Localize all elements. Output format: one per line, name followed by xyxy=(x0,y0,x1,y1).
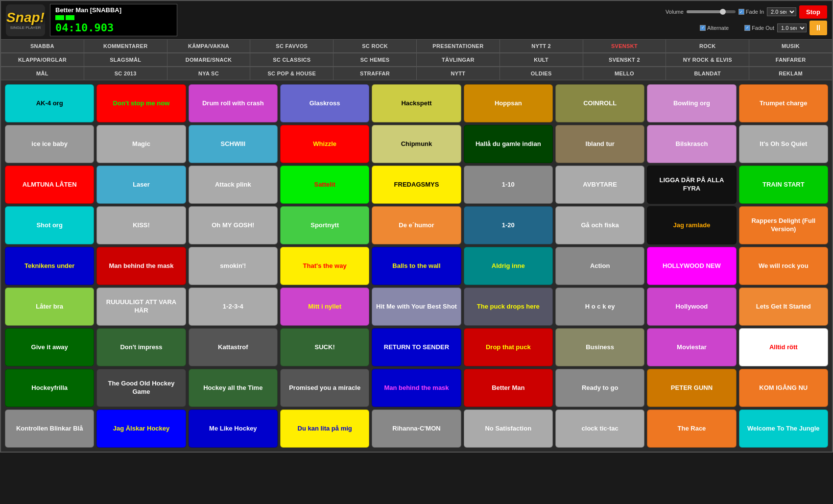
cell-5-7[interactable]: Hollywood xyxy=(647,288,736,326)
cell-3-6[interactable]: Gå och fiska xyxy=(555,206,644,244)
cell-1-6[interactable]: Ibland tur xyxy=(555,125,644,163)
cell-6-5[interactable]: Drop that puck xyxy=(464,328,553,366)
cell-4-3[interactable]: That's the way xyxy=(280,247,369,285)
nav-btn-1-6[interactable]: KULT xyxy=(500,53,583,67)
nav-btn-0-6[interactable]: NYTT 2 xyxy=(500,40,583,53)
cell-2-6[interactable]: AVBYTARE xyxy=(555,166,644,204)
cell-3-4[interactable]: De e´humor xyxy=(372,206,461,244)
nav-btn-2-0[interactable]: MÅL xyxy=(1,67,84,80)
nav-btn-1-1[interactable]: SLAGSMÅL xyxy=(84,53,167,67)
nav-btn-2-3[interactable]: SC POP & HOUSE xyxy=(250,67,333,80)
cell-7-2[interactable]: Hockey all the Time xyxy=(189,369,278,407)
cell-5-8[interactable]: Lets Get It Started xyxy=(739,288,828,326)
cell-0-4[interactable]: Hackspett xyxy=(372,84,461,122)
cell-0-3[interactable]: Glaskross xyxy=(280,84,369,122)
fade-in-checkbox[interactable]: ✓ xyxy=(738,9,744,15)
cell-7-3[interactable]: Promised you a miracle xyxy=(280,369,369,407)
cell-2-4[interactable]: FREDAGSMYS xyxy=(372,166,461,204)
cell-1-0[interactable]: ice ice baby xyxy=(5,125,94,163)
nav-btn-1-5[interactable]: TÄVLINGAR xyxy=(417,53,500,67)
cell-7-1[interactable]: The Good Old Hockey Game xyxy=(96,369,186,407)
cell-0-6[interactable]: COINROLL xyxy=(555,84,644,122)
cell-3-3[interactable]: Sportnytt xyxy=(280,206,369,244)
cell-1-5[interactable]: Hallå du gamle indian xyxy=(464,125,553,163)
nav-btn-1-3[interactable]: SC CLASSICS xyxy=(250,53,333,67)
cell-1-8[interactable]: It's Oh So Quiet xyxy=(739,125,828,163)
nav-btn-1-4[interactable]: SC HEMES xyxy=(333,53,417,67)
cell-4-0[interactable]: Teknikens under xyxy=(5,247,94,285)
cell-5-3[interactable]: Mitt i nyllet xyxy=(280,288,369,326)
nav-btn-1-7[interactable]: SVENSKT 2 xyxy=(583,53,666,67)
nav-btn-0-0[interactable]: SNABBA xyxy=(1,40,84,53)
cell-8-1[interactable]: Jag Älskar Hockey xyxy=(96,409,186,448)
cell-6-6[interactable]: Business xyxy=(555,328,644,366)
nav-btn-0-3[interactable]: SC FAVVOS xyxy=(250,40,333,53)
cell-2-3[interactable]: Sattelit xyxy=(280,166,369,204)
nav-btn-2-1[interactable]: SC 2013 xyxy=(84,67,167,80)
cell-4-5[interactable]: Aldrig inne xyxy=(464,247,553,285)
nav-btn-0-7[interactable]: SVENSKT xyxy=(583,40,666,53)
volume-slider[interactable] xyxy=(687,10,736,13)
cell-8-0[interactable]: Kontrollen Blinkar Blå xyxy=(5,409,94,448)
cell-4-1[interactable]: Man behind the mask xyxy=(96,247,186,285)
nav-btn-0-2[interactable]: KÄMPA/VAKNA xyxy=(167,40,251,53)
cell-8-4[interactable]: Rihanna-C'MON xyxy=(372,409,461,448)
cell-4-8[interactable]: We will rock you xyxy=(739,247,828,285)
cell-5-0[interactable]: Låter bra xyxy=(5,288,94,326)
nav-btn-0-5[interactable]: PRESENTATIONER xyxy=(417,40,500,53)
cell-6-4[interactable]: RETURN TO SENDER xyxy=(372,328,461,366)
cell-5-4[interactable]: Hit Me with Your Best Shot xyxy=(372,288,461,326)
cell-3-8[interactable]: Rappers Delight (Full Version) xyxy=(739,206,828,244)
cell-5-5[interactable]: The puck drops here xyxy=(464,288,553,326)
stop-button[interactable]: Stop xyxy=(799,5,827,19)
cell-3-2[interactable]: Oh MY GOSH! xyxy=(189,206,278,244)
cell-2-1[interactable]: Laser xyxy=(96,166,186,204)
cell-8-5[interactable]: No Satisfaction xyxy=(464,409,553,448)
cell-3-0[interactable]: Shot org xyxy=(5,206,94,244)
cell-6-8[interactable]: Alltid rött xyxy=(739,328,828,366)
cell-7-8[interactable]: KOM IGÅNG NU xyxy=(739,369,828,407)
cell-8-3[interactable]: Du kan lita på mig xyxy=(280,409,369,448)
cell-0-1[interactable]: Don't stop me now xyxy=(96,84,186,122)
cell-2-7[interactable]: LIGGA DÄR PÅ ALLA FYRA xyxy=(647,166,736,204)
nav-btn-0-8[interactable]: ROCK xyxy=(666,40,749,53)
cell-6-3[interactable]: SUCK! xyxy=(280,328,369,366)
nav-btn-2-5[interactable]: NYTT xyxy=(417,67,500,80)
nav-btn-0-4[interactable]: SC ROCK xyxy=(333,40,417,53)
cell-5-1[interactable]: RUUUULIGT ATT VARA HÄR xyxy=(96,288,186,326)
cell-5-2[interactable]: 1-2-3-4 xyxy=(189,288,278,326)
nav-btn-0-9[interactable]: MUSIK xyxy=(749,40,832,53)
cell-7-6[interactable]: Ready to go xyxy=(555,369,644,407)
cell-8-7[interactable]: The Race xyxy=(647,409,736,448)
cell-8-2[interactable]: Me Like Hockey xyxy=(189,409,278,448)
fade-out-select[interactable]: 1.0 sec 2.0 sec 0.5 sec xyxy=(777,24,807,32)
nav-btn-1-8[interactable]: NY ROCK & ELVIS xyxy=(666,53,749,67)
fade-in-select[interactable]: 2.0 sec 1.0 sec 0.5 sec xyxy=(767,7,796,16)
cell-4-2[interactable]: smokin'! xyxy=(189,247,278,285)
nav-btn-2-6[interactable]: OLDIES xyxy=(500,67,583,80)
nav-btn-2-2[interactable]: NYA SC xyxy=(167,67,251,80)
nav-btn-2-9[interactable]: REKLAM xyxy=(749,67,832,80)
cell-1-2[interactable]: SCHWIII xyxy=(189,125,278,163)
cell-3-5[interactable]: 1-20 xyxy=(464,206,553,244)
cell-2-2[interactable]: Attack plink xyxy=(189,166,278,204)
cell-7-4[interactable]: Man behind the mask xyxy=(372,369,461,407)
cell-6-1[interactable]: Don't impress xyxy=(96,328,186,366)
cell-3-1[interactable]: KISS! xyxy=(96,206,186,244)
cell-6-7[interactable]: Moviestar xyxy=(647,328,736,366)
cell-4-6[interactable]: Action xyxy=(555,247,644,285)
cell-7-7[interactable]: PETER GUNN xyxy=(647,369,736,407)
cell-3-7[interactable]: Jag ramlade xyxy=(647,206,736,244)
cell-1-3[interactable]: Whizzle xyxy=(280,125,369,163)
cell-1-4[interactable]: Chipmunk xyxy=(372,125,461,163)
cell-6-0[interactable]: Give it away xyxy=(5,328,94,366)
alternate-checkbox[interactable]: ✓ xyxy=(700,25,706,31)
cell-7-0[interactable]: Hockeyfrilla xyxy=(5,369,94,407)
cell-4-4[interactable]: Balls to the wall xyxy=(372,247,461,285)
cell-5-6[interactable]: H o c k ey xyxy=(555,288,644,326)
cell-0-7[interactable]: Bowling org xyxy=(647,84,736,122)
cell-6-2[interactable]: Kattastrof xyxy=(189,328,278,366)
cell-8-8[interactable]: Welcome To The Jungle xyxy=(739,409,828,448)
cell-2-5[interactable]: 1-10 xyxy=(464,166,553,204)
cell-0-5[interactable]: Hoppsan xyxy=(464,84,553,122)
